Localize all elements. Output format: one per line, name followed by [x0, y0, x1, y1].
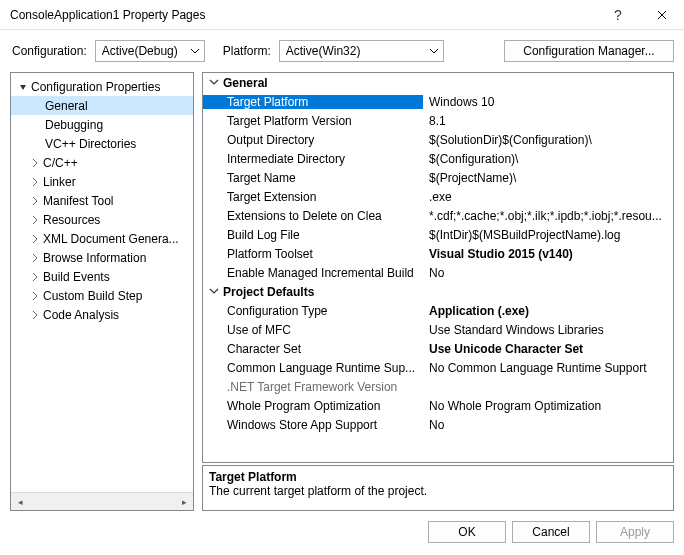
- property-row[interactable]: Enable Managed Incremental BuildNo: [203, 263, 673, 282]
- property-grid: GeneralTarget PlatformWindows 10Target P…: [202, 72, 674, 463]
- cancel-button[interactable]: Cancel: [512, 521, 590, 543]
- property-row[interactable]: Character SetUse Unicode Character Set: [203, 339, 673, 358]
- tree-root[interactable]: Configuration Properties: [11, 77, 193, 96]
- expander-icon: [29, 253, 41, 263]
- tree-item[interactable]: Custom Build Step: [11, 286, 193, 305]
- right-column: GeneralTarget PlatformWindows 10Target P…: [202, 72, 674, 511]
- property-value[interactable]: 8.1: [423, 114, 673, 128]
- property-rows: GeneralTarget PlatformWindows 10Target P…: [203, 73, 673, 434]
- tree-item[interactable]: Code Analysis: [11, 305, 193, 324]
- property-value[interactable]: Application (.exe): [423, 304, 673, 318]
- expander-icon: [29, 291, 41, 301]
- expander-icon: [29, 310, 41, 320]
- help-button[interactable]: ?: [596, 0, 640, 30]
- tree-item-label: Code Analysis: [43, 308, 119, 322]
- tree-item-label: Build Events: [43, 270, 110, 284]
- property-category[interactable]: Project Defaults: [203, 282, 673, 301]
- property-name: Build Log File: [203, 228, 423, 242]
- category-label: Project Defaults: [223, 285, 314, 299]
- chevron-down-icon: [190, 46, 200, 56]
- expander-icon: [29, 158, 41, 168]
- window-title: ConsoleApplication1 Property Pages: [10, 8, 596, 22]
- tree-item[interactable]: General: [11, 96, 193, 115]
- property-value[interactable]: Windows 10: [423, 95, 673, 109]
- tree-item[interactable]: Build Events: [11, 267, 193, 286]
- property-row[interactable]: Build Log File$(IntDir)$(MSBuildProjectN…: [203, 225, 673, 244]
- property-row[interactable]: Target Platform Version8.1: [203, 111, 673, 130]
- expander-icon: [29, 196, 41, 206]
- tree-item[interactable]: Manifest Tool: [11, 191, 193, 210]
- property-value[interactable]: $(Configuration)\: [423, 152, 673, 166]
- property-category[interactable]: General: [203, 73, 673, 92]
- property-name: Extensions to Delete on Clea: [203, 209, 423, 223]
- description-title: Target Platform: [209, 470, 667, 484]
- property-row[interactable]: Whole Program OptimizationNo Whole Progr…: [203, 396, 673, 415]
- expander-icon: [29, 234, 41, 244]
- scroll-right-icon[interactable]: ▸: [175, 493, 193, 511]
- property-value[interactable]: *.cdf;*.cache;*.obj;*.ilk;*.ipdb;*.iobj;…: [423, 209, 673, 223]
- platform-value: Active(Win32): [286, 44, 361, 58]
- tree-item[interactable]: Resources: [11, 210, 193, 229]
- tree-item-label: VC++ Directories: [45, 137, 136, 151]
- close-button[interactable]: [640, 0, 684, 30]
- platform-combo[interactable]: Active(Win32): [279, 40, 444, 62]
- property-row[interactable]: Target PlatformWindows 10: [203, 92, 673, 111]
- scroll-left-icon[interactable]: ◂: [11, 493, 29, 511]
- property-row[interactable]: Output Directory$(SolutionDir)$(Configur…: [203, 130, 673, 149]
- tree-item-label: Resources: [43, 213, 100, 227]
- property-name: Windows Store App Support: [203, 418, 423, 432]
- property-row[interactable]: Target Name$(ProjectName)\: [203, 168, 673, 187]
- configuration-manager-button[interactable]: Configuration Manager...: [504, 40, 674, 62]
- configuration-combo[interactable]: Active(Debug): [95, 40, 205, 62]
- tree-item[interactable]: XML Document Genera...: [11, 229, 193, 248]
- property-name: Configuration Type: [203, 304, 423, 318]
- tree-scroll[interactable]: Configuration PropertiesGeneralDebugging…: [11, 73, 193, 492]
- property-name: Common Language Runtime Sup...: [203, 361, 423, 375]
- tree-item[interactable]: Browse Information: [11, 248, 193, 267]
- property-row[interactable]: Extensions to Delete on Clea*.cdf;*.cach…: [203, 206, 673, 225]
- property-value[interactable]: Visual Studio 2015 (v140): [423, 247, 673, 261]
- apply-button[interactable]: Apply: [596, 521, 674, 543]
- tree-scrollbar[interactable]: ◂ ▸: [11, 492, 193, 510]
- system-buttons: ?: [596, 0, 684, 30]
- property-name: Enable Managed Incremental Build: [203, 266, 423, 280]
- property-value[interactable]: No: [423, 418, 673, 432]
- tree-item-label: Configuration Properties: [31, 80, 160, 94]
- property-value[interactable]: No Whole Program Optimization: [423, 399, 673, 413]
- property-value[interactable]: Use Standard Windows Libraries: [423, 323, 673, 337]
- tree-item[interactable]: Debugging: [11, 115, 193, 134]
- property-name: Target Extension: [203, 190, 423, 204]
- property-row[interactable]: Platform ToolsetVisual Studio 2015 (v140…: [203, 244, 673, 263]
- tree-item[interactable]: Linker: [11, 172, 193, 191]
- property-row[interactable]: Intermediate Directory$(Configuration)\: [203, 149, 673, 168]
- property-value[interactable]: $(IntDir)$(MSBuildProjectName).log: [423, 228, 673, 242]
- platform-label: Platform:: [223, 44, 271, 58]
- property-value[interactable]: No Common Language Runtime Support: [423, 361, 673, 375]
- configuration-value: Active(Debug): [102, 44, 178, 58]
- property-row[interactable]: Common Language Runtime Sup...No Common …: [203, 358, 673, 377]
- property-value[interactable]: Use Unicode Character Set: [423, 342, 673, 356]
- property-name: Whole Program Optimization: [203, 399, 423, 413]
- chevron-down-icon: [209, 285, 219, 299]
- property-row[interactable]: Use of MFCUse Standard Windows Libraries: [203, 320, 673, 339]
- property-row[interactable]: Windows Store App SupportNo: [203, 415, 673, 434]
- property-value[interactable]: .exe: [423, 190, 673, 204]
- tree-item[interactable]: VC++ Directories: [11, 134, 193, 153]
- expander-icon: [29, 272, 41, 282]
- tree-item-label: Debugging: [45, 118, 103, 132]
- property-value[interactable]: No: [423, 266, 673, 280]
- ok-button[interactable]: OK: [428, 521, 506, 543]
- property-row[interactable]: Configuration TypeApplication (.exe): [203, 301, 673, 320]
- property-row[interactable]: Target Extension.exe: [203, 187, 673, 206]
- expander-icon: [29, 215, 41, 225]
- property-name: Character Set: [203, 342, 423, 356]
- property-name: Platform Toolset: [203, 247, 423, 261]
- tree-item-label: Linker: [43, 175, 76, 189]
- body: Configuration PropertiesGeneralDebugging…: [0, 72, 684, 511]
- property-value[interactable]: $(ProjectName)\: [423, 171, 673, 185]
- property-value[interactable]: $(SolutionDir)$(Configuration)\: [423, 133, 673, 147]
- tree-item[interactable]: C/C++: [11, 153, 193, 172]
- category-label: General: [223, 76, 268, 90]
- tree-item-label: General: [45, 99, 88, 113]
- property-row[interactable]: .NET Target Framework Version: [203, 377, 673, 396]
